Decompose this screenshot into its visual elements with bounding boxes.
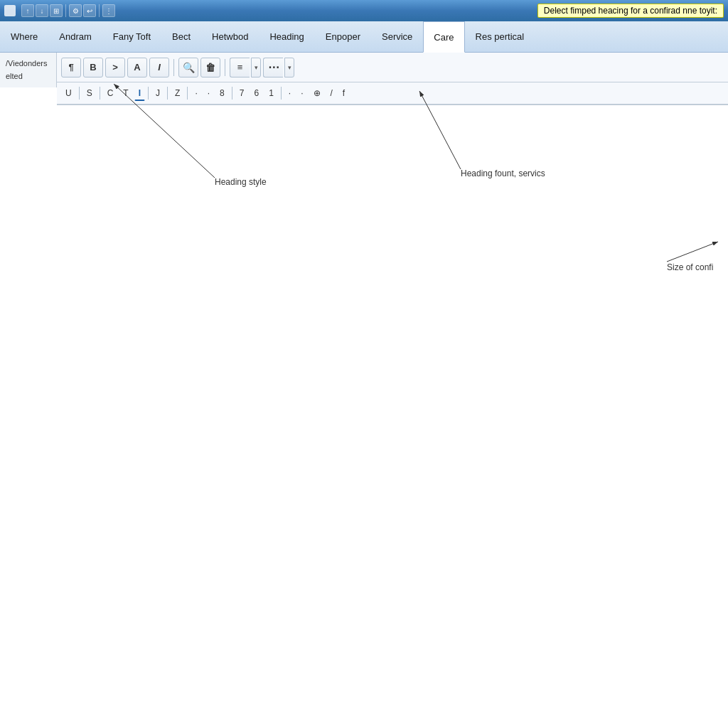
menu-item-care[interactable]: Care [423, 21, 464, 53]
italic-button[interactable]: I [149, 58, 169, 77]
save-icon[interactable]: ↑ [21, 4, 34, 17]
font-c[interactable]: C [103, 86, 118, 100]
font-toolbar: U S C T I J Z · · 8 7 6 1 · · ⊕ / f [57, 82, 728, 105]
window-icon[interactable]: ⊞ [50, 4, 63, 17]
font-sep6 [232, 87, 232, 100]
title-bar-controls: ↑ ↓ ⊞ ⚙ ↩ ⋮ [21, 4, 115, 17]
font-sep4 [167, 87, 168, 100]
font-sep2 [100, 87, 100, 100]
more-button[interactable]: ⋯ [263, 58, 283, 77]
align-button[interactable]: ≡ [230, 58, 250, 77]
menu-item-bect[interactable]: Bect [161, 21, 201, 52]
toolbar: ¶ B > A I 🔍 🗑 ≡ ▾ ⋯ ▾ [57, 53, 728, 82]
font-sep5 [187, 87, 188, 100]
font-z[interactable]: Z [171, 86, 184, 100]
font-dot4[interactable]: · [296, 86, 307, 100]
sidebar: /Viedonders elted [0, 53, 57, 87]
menu-bar: Where Andram Fany Toft Bect Hetwbod Head… [0, 21, 728, 53]
separator2 [99, 4, 100, 17]
font-slash[interactable]: / [326, 86, 337, 100]
search-button[interactable]: 🔍 [178, 58, 198, 77]
align-dropdown[interactable]: ≡ ▾ [230, 58, 261, 77]
more-dropdown-arrow[interactable]: ▾ [284, 58, 294, 77]
menu-item-enpoper[interactable]: Enpoper [315, 21, 371, 52]
font-button[interactable]: A [127, 58, 147, 77]
more-dropdown[interactable]: ⋯ ▾ [263, 58, 294, 77]
align-dropdown-arrow[interactable]: ▾ [251, 58, 261, 77]
font-u[interactable]: U [61, 86, 76, 100]
font-sep7 [281, 87, 282, 100]
download-icon[interactable]: ↓ [36, 4, 48, 17]
main-content [57, 105, 728, 728]
font-8[interactable]: 8 [215, 86, 229, 100]
font-sep1 [79, 87, 80, 100]
font-1[interactable]: 1 [264, 86, 278, 100]
sidebar-item-viedonders: /Viedonders [3, 57, 53, 70]
toolbar-sep2 [225, 59, 225, 76]
font-t[interactable]: T [119, 86, 132, 100]
back-icon[interactable]: ↩ [83, 4, 96, 17]
style-button[interactable]: ¶ [61, 58, 81, 77]
font-j[interactable]: J [151, 86, 164, 100]
font-7[interactable]: 7 [235, 86, 249, 100]
settings-icon[interactable]: ⚙ [69, 4, 82, 17]
font-dot3[interactable]: · [284, 86, 295, 100]
menu-item-where[interactable]: Where [0, 21, 48, 52]
menu-item-service[interactable]: Service [371, 21, 423, 52]
app-icon [4, 5, 16, 16]
bold-button[interactable]: B [83, 58, 103, 77]
font-dot2[interactable]: · [203, 86, 214, 100]
font-globe[interactable]: ⊕ [309, 86, 325, 100]
menu-item-hetwbod[interactable]: Hetwbod [201, 21, 259, 52]
font-sep3 [148, 87, 149, 100]
more-icon[interactable]: ⋮ [102, 4, 115, 17]
menu-item-heading[interactable]: Heading [259, 21, 314, 52]
sidebar-item-elted: elted [3, 70, 53, 82]
indent-button[interactable]: > [105, 58, 125, 77]
title-bar: ↑ ↓ ⊞ ⚙ ↩ ⋮ Delect fimped heacing for a … [0, 0, 728, 21]
font-i[interactable]: I [134, 86, 145, 101]
toolbar-sep1 [173, 59, 174, 76]
delete-button[interactable]: 🗑 [200, 58, 220, 77]
menu-item-fany-toft[interactable]: Fany Toft [102, 21, 161, 52]
font-s[interactable]: S [82, 86, 97, 100]
title-tooltip: Delect fimped heacing for a confirad nne… [537, 4, 724, 18]
font-6[interactable]: 6 [250, 86, 263, 100]
menu-item-res-pertical[interactable]: Res pertical [465, 21, 535, 52]
menu-item-andram[interactable]: Andram [48, 21, 102, 52]
separator [65, 4, 66, 17]
font-dot1[interactable]: · [191, 86, 201, 100]
font-f[interactable]: f [338, 86, 349, 100]
